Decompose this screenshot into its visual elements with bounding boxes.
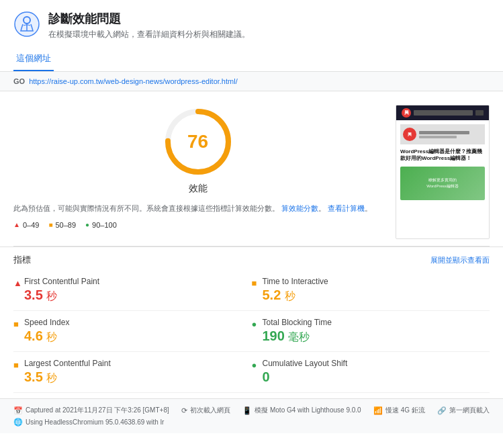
tab-this-url[interactable]: 這個網址 xyxy=(13,47,54,71)
metric-cls-value: 0 xyxy=(263,369,490,385)
legend-green: ● 90–100 xyxy=(85,221,117,229)
metric-si-value: 4.6 秒 xyxy=(24,328,252,345)
orange-square-indicator-lcp: ■ xyxy=(13,360,20,367)
metrics-grid: ▲ First Contentful Paint 3.5 秒 ■ Time to… xyxy=(0,270,503,393)
lighthouse-icon xyxy=(13,11,40,38)
device-icon: 📱 xyxy=(242,406,252,415)
metric-fcp: ▲ First Contentful Paint 3.5 秒 xyxy=(13,270,252,311)
footer-network: 📶 慢速 4G 鉅流 xyxy=(373,406,425,415)
metric-lcp-value: 3.5 秒 xyxy=(24,369,252,386)
header-text: 診斷效能問題 在模擬環境中載入網站，查看詳細資料分析與相關建議。 xyxy=(48,11,250,40)
metric-lcp-name: Largest Contentful Paint xyxy=(24,359,111,368)
green-circle-indicator-tbt: ● xyxy=(252,319,259,326)
metric-tti-name: Time to Interactive xyxy=(263,277,328,286)
calendar-icon: 📅 xyxy=(13,406,23,415)
orange-square-icon: ■ xyxy=(48,221,52,228)
score-label: 效能 xyxy=(189,183,208,195)
legend: ▲ 0–49 ■ 50–89 ● 90–100 xyxy=(13,221,382,229)
footer-captured-text: Captured at 2021年11月27日 下午3:26 [GMT+8] xyxy=(26,406,169,415)
metric-tbt-name: Total Blocking Time xyxy=(263,318,332,327)
go-label: GO xyxy=(13,77,25,85)
page-title: 診斷效能問題 xyxy=(48,11,250,27)
thumb-logo-icon: 興 xyxy=(402,108,411,118)
orange-square-indicator-si: ■ xyxy=(13,319,20,326)
metric-tti: ■ Time to Interactive 5.2 秒 xyxy=(252,270,490,311)
score-description: 此為預估值，可能與實際情況有所不同。系統會直接根據這些指標計算效能分數。 算效能… xyxy=(13,203,382,214)
url-address[interactable]: https://raise-up.com.tw/web-design-news/… xyxy=(29,77,238,85)
score-circle: 76 xyxy=(161,105,235,179)
metric-cls-name: Cumulative Layout Shift xyxy=(263,359,348,368)
orange-square-indicator-tti: ■ xyxy=(252,278,259,285)
metric-tbt-value: 190 毫秒 xyxy=(263,328,490,345)
footer-first-load-text: 初次載入網頁 xyxy=(190,406,230,415)
expand-link[interactable]: 展開並顯示查看面 xyxy=(430,255,490,265)
red-triangle-icon: ▲ xyxy=(13,221,20,228)
metric-si-name: Speed Index xyxy=(24,318,69,327)
metric-si: ■ Speed Index 4.6 秒 xyxy=(13,311,252,352)
browser-icon: 🌐 xyxy=(13,418,23,427)
score-number: 76 xyxy=(187,131,208,152)
footer-page: 🔗 第一網頁載入 xyxy=(437,406,490,415)
metrics-title: 指標 xyxy=(13,254,31,266)
metric-lcp: ■ Largest Contentful Paint 3.5 秒 xyxy=(13,352,252,393)
green-circle-indicator-cls: ● xyxy=(252,360,259,367)
footer-browser: 🌐 Using HeadlessChromium 95.0.4638.69 wi… xyxy=(13,418,164,427)
page-icon: 🔗 xyxy=(437,406,447,415)
metrics-header: 指標 展開並顯示查看面 xyxy=(0,247,503,270)
legend-green-label: 90–100 xyxy=(92,221,117,229)
header-section: 診斷效能問題 在模擬環境中載入網站，查看詳細資料分析與相關建議。 xyxy=(0,0,503,47)
legend-red-label: 0–49 xyxy=(23,221,39,229)
footer: 📅 Captured at 2021年11月27日 下午3:26 [GMT+8]… xyxy=(0,398,503,433)
green-circle-icon: ● xyxy=(85,221,89,228)
page-thumbnail: 興 興 WordPress編輯器是什麼？推薦幾款好用的WordPress編輯器！ xyxy=(396,105,490,239)
thumb-top-bar: 興 xyxy=(396,105,489,120)
thumbnail-section: 興 興 WordPress編輯器是什麼？推薦幾款好用的WordPress編輯器！ xyxy=(396,105,490,239)
thumb-image: 瞭解更多實用的WordPress編輯器 xyxy=(400,167,485,200)
score-section: 76 效能 此為預估值，可能與實際情況有所不同。系統會直接根據這些指標計算效能分… xyxy=(13,105,382,239)
footer-first-load: ⟳ 初次載入網頁 xyxy=(181,406,230,415)
footer-page-text: 第一網頁載入 xyxy=(449,406,490,415)
metric-tti-value: 5.2 秒 xyxy=(263,287,490,304)
red-triangle-indicator: ▲ xyxy=(13,278,20,285)
legend-red: ▲ 0–49 xyxy=(13,221,39,229)
footer-captured: 📅 Captured at 2021年11月27日 下午3:26 [GMT+8] xyxy=(13,406,169,415)
calc-link2[interactable]: 查看計算機 xyxy=(328,204,365,212)
thumb-heading: WordPress編輯器是什麼？推薦幾款好用的WordPress編輯器！ xyxy=(400,148,485,163)
legend-orange-label: 50–89 xyxy=(55,221,76,229)
legend-orange: ■ 50–89 xyxy=(48,221,76,229)
score-circle-container: 76 效能 xyxy=(13,105,382,195)
metric-tbt: ● Total Blocking Time 190 毫秒 xyxy=(252,311,490,352)
tab-bar: 這個網址 xyxy=(0,47,503,72)
main-content: 76 效能 此為預估值，可能與實際情況有所不同。系統會直接根據這些指標計算效能分… xyxy=(0,91,503,246)
metric-fcp-value: 3.5 秒 xyxy=(24,287,252,304)
footer-device: 📱 模擬 Moto G4 with Lighthouse 9.0.0 xyxy=(242,406,361,415)
footer-network-text: 慢速 4G 鉅流 xyxy=(385,406,425,415)
footer-browser-text: Using HeadlessChromium 95.0.4638.69 with… xyxy=(26,418,164,426)
metric-fcp-name: First Contentful Paint xyxy=(24,277,99,286)
footer-device-text: 模擬 Moto G4 with Lighthouse 9.0.0 xyxy=(255,406,361,415)
loading-icon: ⟳ xyxy=(181,406,187,415)
metric-cls: ● Cumulative Layout Shift 0 xyxy=(252,352,490,393)
url-bar: GO https://raise-up.com.tw/web-design-ne… xyxy=(0,72,503,91)
thumb-body: 興 WordPress編輯器是什麼？推薦幾款好用的WordPress編輯器！ 瞭… xyxy=(396,120,489,238)
calc-link[interactable]: 算效能分數 xyxy=(281,204,318,212)
wifi-icon: 📶 xyxy=(373,406,383,415)
page-subtitle: 在模擬環境中載入網站，查看詳細資料分析與相關建議。 xyxy=(48,29,250,40)
